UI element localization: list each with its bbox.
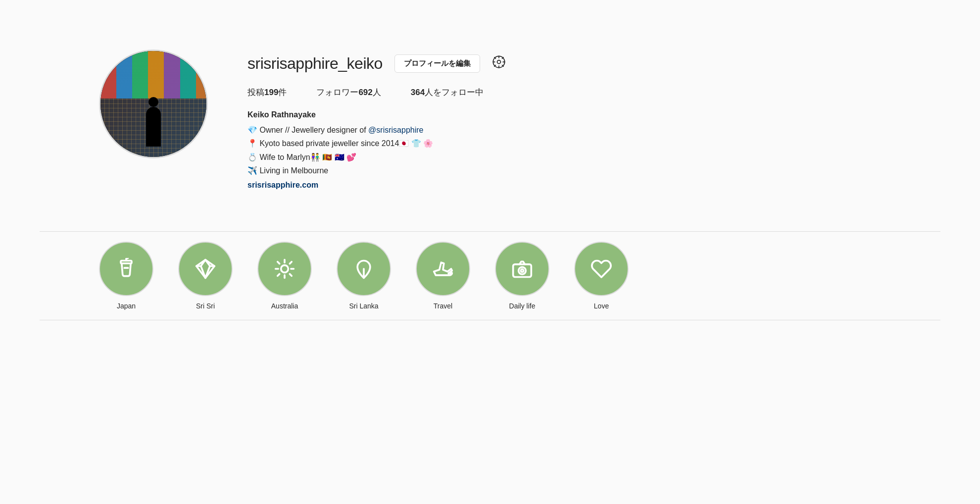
bio-line-2: 📍 Kyoto based private jeweller since 201… xyxy=(247,137,940,150)
profile-info: srisrisapphire_keiko プロフィールを編集 xyxy=(247,50,940,192)
followers-label: フォロワー xyxy=(316,88,358,97)
following-count: 364 xyxy=(411,88,425,97)
avatar-image xyxy=(100,51,206,157)
highlight-circle-dailylife xyxy=(495,242,549,296)
highlight-label-australia: Australia xyxy=(271,302,298,310)
tab-divider xyxy=(40,320,940,320)
sun-icon xyxy=(274,258,295,280)
posts-count: 199 xyxy=(264,88,278,97)
highlight-label-srilanka: Sri Lanka xyxy=(349,302,378,310)
stat-posts[interactable]: 投稿199件 xyxy=(247,87,287,98)
settings-icon[interactable] xyxy=(492,55,506,72)
highlight-circle-srilanka xyxy=(337,242,391,296)
highlight-circle-love xyxy=(574,242,629,296)
posts-unit: 件 xyxy=(278,88,287,97)
bio-name: Keiko Rathnayake xyxy=(247,108,940,121)
highlight-circle-japan xyxy=(99,242,153,296)
highlight-srisri[interactable]: Sri Sri xyxy=(178,242,233,310)
highlight-circle-australia xyxy=(257,242,312,296)
highlight-label-dailylife: Daily life xyxy=(509,302,536,310)
avatar[interactable] xyxy=(99,50,208,158)
highlight-australia[interactable]: Australia xyxy=(257,242,312,310)
username: srisrisapphire_keiko xyxy=(247,54,383,73)
svg-line-20 xyxy=(278,262,280,264)
svg-marker-14 xyxy=(196,260,215,278)
stat-following[interactable]: 364人をフォロー中 xyxy=(411,87,484,98)
avatar-silhouette xyxy=(146,107,161,147)
profile-header: srisrisapphire_keiko プロフィールを編集 xyxy=(40,30,940,221)
heart-icon xyxy=(590,258,612,280)
stats-row: 投稿199件 フォロワー692人 364人をフォロー中 xyxy=(247,87,940,98)
diamond-icon xyxy=(195,258,216,280)
camera-icon xyxy=(511,258,533,280)
svg-point-1 xyxy=(497,60,500,64)
svg-line-25 xyxy=(290,262,292,264)
highlights-row: Japan Sri Sri xyxy=(79,242,940,310)
followers-count: 692 xyxy=(358,88,372,97)
bio-line-4: ✈️ Living in Melbourne xyxy=(247,164,940,177)
drink-icon xyxy=(115,258,137,280)
leaf-icon xyxy=(353,258,375,280)
posts-label: 投稿 xyxy=(247,88,264,97)
page-wrapper: srisrisapphire_keiko プロフィールを編集 xyxy=(0,0,980,340)
plane-icon xyxy=(432,258,454,280)
stat-followers[interactable]: フォロワー692人 xyxy=(316,87,381,98)
highlight-label-love: Love xyxy=(594,302,609,310)
edit-profile-button[interactable]: プロフィールを編集 xyxy=(394,54,480,73)
mention-link[interactable]: @srisrisapphire xyxy=(368,126,423,134)
svg-line-21 xyxy=(290,274,292,276)
svg-line-13 xyxy=(126,258,128,259)
bio-website-link[interactable]: srisrisapphire.com xyxy=(247,178,940,192)
highlight-srilanka[interactable]: Sri Lanka xyxy=(337,242,391,310)
highlight-label-japan: Japan xyxy=(117,302,136,310)
highlight-travel[interactable]: Travel xyxy=(416,242,470,310)
bio-line-3: 💍 Wife to Marlyn👫 🇱🇰 🇦🇺 💕 xyxy=(247,151,940,164)
svg-line-24 xyxy=(278,274,280,276)
profile-top-row: srisrisapphire_keiko プロフィールを編集 xyxy=(247,54,940,73)
highlight-circle-travel xyxy=(416,242,470,296)
highlight-label-srisri: Sri Sri xyxy=(196,302,215,310)
highlight-japan[interactable]: Japan xyxy=(99,242,153,310)
svg-point-29 xyxy=(521,269,524,272)
followers-unit: 人 xyxy=(373,88,381,97)
highlights-section: Japan Sri Sri xyxy=(40,231,940,320)
svg-point-17 xyxy=(281,265,289,273)
bio: Keiko Rathnayake 💎 Owner // Jewellery de… xyxy=(247,108,940,192)
highlight-circle-srisri xyxy=(178,242,233,296)
highlight-label-travel: Travel xyxy=(434,302,452,310)
highlight-love[interactable]: Love xyxy=(574,242,629,310)
bio-line-1: 💎 Owner // Jewellery designer of @srisri… xyxy=(247,123,940,137)
following-label: 人をフォロー中 xyxy=(425,88,484,97)
highlight-dailylife[interactable]: Daily life xyxy=(495,242,549,310)
svg-point-28 xyxy=(519,267,526,274)
